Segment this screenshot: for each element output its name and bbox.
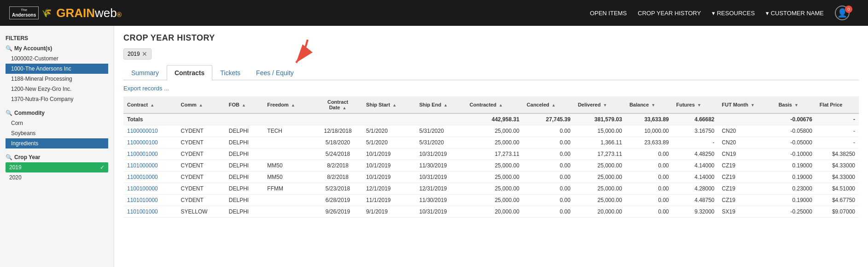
account-1000002[interactable]: 1000002-Customer: [6, 53, 108, 64]
export-link[interactable]: Export records ...: [123, 85, 169, 92]
col-ship-end[interactable]: Ship End ▲: [415, 96, 466, 113]
col-balance[interactable]: Balance ▼: [626, 96, 673, 113]
sort-icon-futures: ▼: [697, 103, 701, 107]
cell-futures: 9.32000: [673, 206, 718, 218]
search-icon: 🔍: [6, 45, 12, 52]
nav-customer-name[interactable]: ▾ CUSTOMER NAME: [766, 10, 824, 17]
nav-resources[interactable]: ▾ RESOURCES: [712, 10, 755, 17]
nav-open-items[interactable]: OPEN ITEMS: [590, 10, 627, 17]
contract-link[interactable]: 1100100000: [127, 185, 158, 192]
sort-icon-comm: ▲: [199, 103, 203, 107]
cell-canceled: 0.00: [523, 172, 574, 183]
cell-contract: 1101000000: [123, 160, 177, 172]
contract-link[interactable]: 1100000100: [127, 139, 158, 146]
cell-canceled: 0.00: [523, 137, 574, 148]
cell-contract: 1100010000: [123, 172, 177, 183]
cell-fut-month: CZ19: [718, 183, 775, 195]
contract-link[interactable]: 1101010000: [127, 197, 158, 203]
account-1370[interactable]: 1370-Nutra-Flo Company: [6, 94, 108, 104]
col-canceled[interactable]: Canceled ▲: [523, 96, 574, 113]
totals-delivered: 381,579.03: [574, 113, 626, 125]
cell-flat-price: -: [816, 137, 859, 148]
col-basis[interactable]: Basis ▼: [775, 96, 816, 113]
cell-basis: -0.05000: [775, 137, 816, 148]
contract-link[interactable]: 1100000010: [127, 128, 158, 134]
account-1188[interactable]: 1188-Mineral Processing: [6, 74, 108, 84]
cell-ship-start: 12/1/2019: [362, 183, 415, 195]
totals-contracted: 442,958.31: [466, 113, 523, 125]
col-futures[interactable]: Futures ▼: [673, 96, 718, 113]
filter-tag-2019[interactable]: 2019 ✕: [123, 48, 151, 59]
cell-fob: DELPHI: [225, 125, 264, 137]
header: The Andersons 🌾 GRAINweb® OPEN ITEMS CRO…: [0, 0, 868, 26]
col-freedom[interactable]: Freedom ▲: [263, 96, 313, 113]
cell-ship-start: 10/1/2019: [362, 172, 415, 183]
col-comm[interactable]: Comm ▲: [177, 96, 225, 113]
table-row: 1101010000 CYDENT DELPHI 6/28/2019 11/1/…: [123, 195, 859, 206]
table-row: 1100000100 CYDENT DELPHI 5/18/2020 5/1/2…: [123, 137, 859, 148]
account-1000[interactable]: 1000-The Andersons Inc: [6, 64, 108, 74]
sort-icon-fut-month: ▼: [751, 103, 755, 107]
cell-contracted: 17,273.11: [466, 148, 523, 160]
col-contract-date[interactable]: ContractDate ▲: [313, 96, 362, 113]
cell-ship-end: 10/31/2019: [415, 172, 466, 183]
crop-year-2019[interactable]: 2019 ✓: [6, 162, 108, 172]
col-delivered[interactable]: Delivered ▼: [574, 96, 626, 113]
col-fut-month[interactable]: FUT Month ▼: [718, 96, 775, 113]
page-layout: FILTERS 🔍 My Account(s) 1000002-Customer…: [0, 26, 868, 267]
col-ship-start[interactable]: Ship Start ▲: [362, 96, 415, 113]
tab-contracts[interactable]: Contracts: [167, 65, 212, 80]
cell-flat-price: $4.38250: [816, 148, 859, 160]
commodity-corn[interactable]: Corn: [6, 118, 108, 128]
crop-year-2019-check: ✓: [100, 164, 105, 171]
cell-futures: 4.48250: [673, 148, 718, 160]
red-arrow-indicator: [280, 37, 317, 67]
totals-canceled: 27,745.39: [523, 113, 574, 125]
crop-year-2020-label: 2020: [9, 174, 22, 181]
main-nav: OPEN ITEMS CROP YEAR HISTORY ▾ RESOURCES…: [590, 6, 859, 20]
commodity-header: 🔍 Commodity: [6, 110, 108, 116]
col-fob[interactable]: FOB ▲: [225, 96, 264, 113]
col-contracted[interactable]: Contracted ▲: [466, 96, 523, 113]
cell-ship-start: 9/1/2019: [362, 206, 415, 218]
table-row: 1101001000 SYELLOW DELPHI 9/26/2019 9/1/…: [123, 206, 859, 218]
cell-canceled: 0.00: [523, 183, 574, 195]
col-flat-price[interactable]: Flat Price: [816, 96, 859, 113]
user-area[interactable]: 👤 0: [835, 6, 859, 20]
contract-link[interactable]: 1100001000: [127, 151, 158, 157]
notification-badge: 0: [845, 6, 852, 13]
totals-futures: 4.66682: [673, 113, 718, 125]
table-header-row: Contract ▲ Comm ▲ FOB ▲ Freedom ▲ Contra…: [123, 96, 859, 113]
commodity-label: Commodity: [14, 110, 45, 116]
nav-crop-year-history[interactable]: CROP YEAR HISTORY: [638, 10, 701, 17]
cell-fob: DELPHI: [225, 206, 264, 218]
cell-futures: -: [673, 137, 718, 148]
contract-link[interactable]: 1100010000: [127, 174, 158, 180]
cell-delivered: 20,000.00: [574, 206, 626, 218]
tab-tickets[interactable]: Tickets: [212, 65, 248, 80]
cell-fut-month: CZ19: [718, 160, 775, 172]
commodity-ingredients[interactable]: Ingredients: [6, 138, 108, 148]
cell-flat-price: -: [816, 125, 859, 137]
contract-link[interactable]: 1101000000: [127, 162, 158, 169]
logo-area: The Andersons 🌾 GRAINweb®: [9, 6, 122, 20]
crop-year-2020[interactable]: 2020: [6, 172, 108, 183]
cell-contract: 1100000100: [123, 137, 177, 148]
table-row: 1101000000 CYDENT DELPHI MM50 8/2/2018 1…: [123, 160, 859, 172]
table-container: Contract ▲ Comm ▲ FOB ▲ Freedom ▲ Contra…: [123, 96, 859, 218]
cell-ship-end: 5/31/2020: [415, 137, 466, 148]
commodity-soybeans[interactable]: Soybeans: [6, 128, 108, 138]
tab-summary[interactable]: Summary: [123, 65, 167, 80]
account-1200[interactable]: 1200-New Eezy-Gro Inc.: [6, 84, 108, 94]
cell-contract-date: 5/18/2020: [313, 137, 362, 148]
table-row: 1100001000 CYDENT DELPHI 5/24/2018 10/1/…: [123, 148, 859, 160]
sort-icon-contract-date: ▲: [343, 106, 347, 110]
cell-ship-end: 11/30/2019: [415, 195, 466, 206]
sort-icon-ship-start: ▲: [392, 103, 396, 107]
cell-freedom: [263, 206, 313, 218]
filter-tag-close[interactable]: ✕: [142, 50, 147, 58]
col-contract[interactable]: Contract ▲: [123, 96, 177, 113]
contract-link[interactable]: 1101001000: [127, 208, 158, 215]
crop-year-label: Crop Year: [14, 154, 40, 160]
cell-ship-start: 11/1/2019: [362, 195, 415, 206]
